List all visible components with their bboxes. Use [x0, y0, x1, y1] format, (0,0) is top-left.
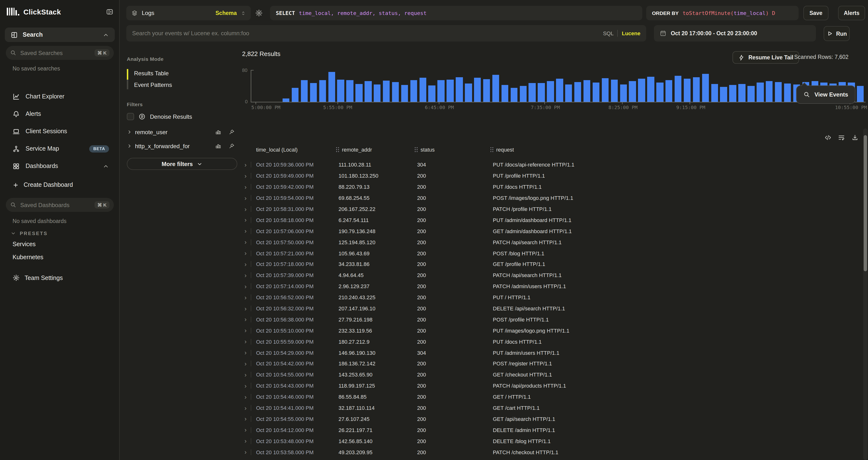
schema-link[interactable]: Schema	[216, 10, 237, 16]
sidebar-item-chart-explorer[interactable]: Chart Explorer	[0, 88, 120, 105]
chart-bar[interactable]	[355, 84, 362, 102]
table-row[interactable]: ›Oct 20 10:57:06.000 PM190.79.136.248200…	[241, 226, 868, 237]
view-events-tooltip[interactable]: View Events	[796, 85, 856, 104]
row-expand-chevron-icon[interactable]: ›	[245, 361, 247, 367]
row-expand-chevron-icon[interactable]: ›	[245, 327, 247, 334]
row-expand-chevron-icon[interactable]: ›	[245, 316, 247, 323]
denoise-checkbox[interactable]	[127, 113, 134, 120]
chart-bar[interactable]	[365, 81, 372, 102]
table-row[interactable]: ›Oct 20 10:57:14.000 PM2.96.129.237200PA…	[241, 281, 868, 292]
row-expand-chevron-icon[interactable]: ›	[245, 394, 247, 400]
row-expand-chevron-icon[interactable]: ›	[245, 372, 247, 378]
chart-bar[interactable]	[474, 78, 481, 102]
column-header-status[interactable]: status	[414, 147, 435, 152]
chart-bar[interactable]	[292, 88, 299, 102]
chart-bar[interactable]	[346, 80, 353, 102]
chart-bar[interactable]	[565, 84, 572, 102]
row-expand-chevron-icon[interactable]: ›	[245, 206, 247, 212]
chart-bar[interactable]	[319, 80, 326, 102]
pin-icon[interactable]	[228, 129, 235, 135]
saved-searches-input[interactable]: Saved Searches ⌘ K	[6, 46, 114, 60]
row-expand-chevron-icon[interactable]: ›	[245, 228, 247, 234]
select-clause-input[interactable]: SELECT time_local, remote_addr, status, …	[270, 6, 642, 20]
orderby-clause-input[interactable]: ORDER BY toStartOfMinute( time_local ) D	[646, 6, 799, 20]
bar-chart-icon[interactable]	[215, 143, 221, 149]
chart-bar[interactable]	[766, 81, 773, 102]
bar-chart-icon[interactable]	[215, 129, 221, 135]
chart-bar[interactable]	[593, 83, 600, 102]
more-filters-button[interactable]: More filters	[127, 158, 237, 170]
table-row[interactable]: ›Oct 20 10:54:55.000 PM143.253.65.90200G…	[241, 369, 868, 380]
row-expand-chevron-icon[interactable]: ›	[245, 349, 247, 356]
chart-bar[interactable]	[611, 80, 618, 102]
table-row[interactable]: ›Oct 20 10:54:29.000 PM146.96.190.130304…	[241, 347, 868, 358]
row-expand-chevron-icon[interactable]: ›	[245, 217, 247, 223]
chart-bar[interactable]	[730, 85, 736, 102]
chart-bar[interactable]	[693, 77, 700, 102]
chart-bar[interactable]	[456, 77, 463, 102]
row-expand-chevron-icon[interactable]: ›	[245, 261, 247, 267]
row-expand-chevron-icon[interactable]: ›	[245, 173, 247, 179]
preset-item-kubernetes[interactable]: Kubernetes	[12, 254, 43, 261]
chart-bar[interactable]	[538, 83, 545, 102]
table-row[interactable]: ›Oct 20 10:54:55.000 PM27.6.107.245200GE…	[241, 413, 868, 425]
chart-bar[interactable]	[483, 79, 490, 102]
row-expand-chevron-icon[interactable]: ›	[245, 438, 247, 444]
drag-handle-icon[interactable]	[336, 147, 340, 152]
chevron-right-icon[interactable]	[127, 130, 132, 135]
save-button[interactable]: Save	[803, 6, 829, 20]
row-expand-chevron-icon[interactable]: ›	[245, 405, 247, 411]
chart-bar[interactable]	[601, 78, 609, 102]
code-view-icon[interactable]	[825, 134, 831, 141]
chart-bar[interactable]	[665, 80, 673, 102]
table-row[interactable]: ›Oct 20 10:55:10.000 PM232.33.119.56200P…	[241, 325, 868, 336]
resume-live-tail-button[interactable]: Resume Live Tail	[733, 51, 799, 64]
chart-bar[interactable]	[702, 74, 709, 102]
mode-event-patterns[interactable]: Event Patterns	[127, 79, 239, 91]
sidebar-item-service-map[interactable]: Service Map BETA	[0, 140, 120, 157]
chart-bar[interactable]	[283, 98, 289, 102]
chart-bar[interactable]	[747, 86, 754, 102]
chart-bar[interactable]	[465, 84, 472, 102]
query-settings-gear-icon[interactable]	[255, 9, 263, 17]
sidebar-item-client-sessions[interactable]: Client Sessions	[0, 123, 120, 140]
alerts-button[interactable]: Alerts	[838, 6, 865, 20]
chart-bar[interactable]	[529, 83, 536, 102]
sidebar-item-alerts[interactable]: Alerts	[0, 105, 120, 123]
filter-field-remote-user[interactable]: remote_user	[122, 125, 237, 139]
chart-bar[interactable]	[337, 80, 344, 102]
chart-bar[interactable]	[392, 82, 399, 102]
chart-bar[interactable]	[492, 75, 499, 102]
source-selector[interactable]: Logs Schema	[126, 6, 251, 20]
run-button[interactable]: Run	[824, 26, 850, 41]
table-row[interactable]: ›Oct 20 10:54:42.000 PM186.136.72.142200…	[241, 358, 868, 369]
team-settings-button[interactable]: Team Settings	[12, 274, 63, 281]
chevron-right-icon[interactable]	[127, 143, 132, 149]
column-header-time-local[interactable]: time_local (Local)	[256, 147, 298, 152]
filter-field-http-x-forwarded-for[interactable]: http_x_forwarded_for	[122, 139, 237, 153]
chart-bar[interactable]	[647, 77, 654, 102]
table-row[interactable]: ›Oct 20 10:54:12.000 PM26.221.197.71200D…	[241, 425, 868, 436]
table-row[interactable]: ›Oct 20 10:56:38.000 PM27.79.216.198200P…	[241, 314, 868, 325]
chart-bar[interactable]	[711, 84, 718, 102]
chart-bar[interactable]	[310, 83, 317, 102]
chart-bar[interactable]	[547, 81, 554, 102]
row-expand-chevron-icon[interactable]: ›	[245, 427, 247, 433]
row-expand-chevron-icon[interactable]: ›	[245, 338, 247, 345]
scrollbar-track[interactable]	[863, 128, 868, 460]
column-header-remote-addr[interactable]: remote_addr	[336, 147, 372, 152]
chart-bar[interactable]	[501, 85, 508, 102]
chart-bar[interactable]	[684, 79, 691, 102]
table-row[interactable]: ›Oct 20 10:57:50.000 PM125.194.85.120200…	[241, 236, 868, 248]
table-row[interactable]: ›Oct 20 10:54:43.000 PM118.99.197.125200…	[241, 380, 868, 392]
sidebar-item-search[interactable]: Search	[5, 28, 115, 42]
row-expand-chevron-icon[interactable]: ›	[245, 250, 247, 256]
table-row[interactable]: ›Oct 20 10:53:48.000 PM142.56.85.140200D…	[241, 436, 868, 447]
chart-bar[interactable]	[301, 80, 308, 102]
scrollbar-thumb[interactable]	[864, 135, 867, 271]
chart-bar[interactable]	[383, 81, 390, 102]
wrap-text-icon[interactable]	[838, 134, 845, 141]
row-expand-chevron-icon[interactable]: ›	[245, 272, 247, 279]
table-row[interactable]: ›Oct 20 10:59:54.000 PM69.68.254.55200PO…	[241, 192, 868, 203]
mode-results-table[interactable]: Results Table	[127, 67, 239, 79]
